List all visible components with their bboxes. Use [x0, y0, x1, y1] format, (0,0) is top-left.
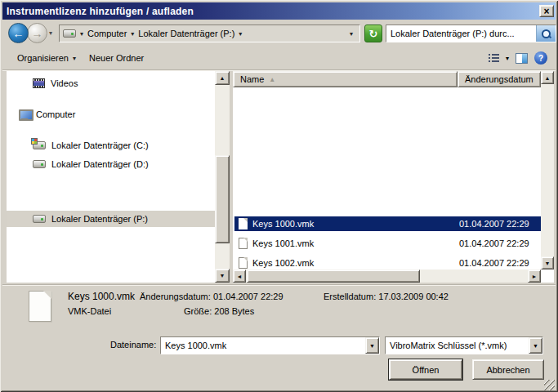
arrow-up-icon: ▲: [220, 75, 225, 81]
drive-icon: [33, 160, 46, 168]
arrow-up-icon: ▲: [545, 75, 551, 81]
details-size: Größe: 208 Bytes: [184, 306, 254, 316]
dropdown-button[interactable]: ▼: [529, 337, 542, 354]
scrollbar-thumb[interactable]: [215, 155, 230, 243]
resize-grip[interactable]: [544, 380, 555, 390]
scroll-down-button[interactable]: ▼: [541, 256, 554, 270]
scroll-up-button[interactable]: ▲: [541, 71, 554, 84]
drive-icon: [33, 215, 46, 223]
sidebar-item-computer[interactable]: Computer: [7, 106, 215, 122]
cancel-button[interactable]: Abbrechen: [472, 359, 544, 380]
refresh-button[interactable]: ↻: [364, 24, 382, 42]
address-bar: ← → ▾ ▾ Computer ▾ Lokaler Datenträger (…: [2, 20, 556, 47]
arrow-left-icon: ◄: [237, 274, 243, 279]
address-dropdown-icon[interactable]: ▾: [350, 30, 353, 38]
search-button[interactable]: [536, 25, 556, 42]
breadcrumb[interactable]: ▾ Computer ▾ Lokaler Datenträger (P:) ▾ …: [59, 24, 360, 42]
chevron-down-icon: ▼: [533, 343, 538, 349]
views-icon[interactable]: [489, 54, 499, 63]
toolbar-right: ▾ ?: [489, 51, 547, 65]
scroll-up-button[interactable]: ▲: [215, 71, 230, 85]
recent-pages-dropdown[interactable]: ▾: [49, 29, 52, 37]
chevron-down-icon: ▾: [73, 55, 76, 62]
list-header: Name ▲ Änderungsdatum: [233, 71, 541, 87]
dialog-title: Instrumentlizenz hinzufügen / aufladen: [7, 6, 194, 17]
scroll-right-button[interactable]: ►: [528, 270, 541, 283]
file-icon: [239, 218, 248, 229]
dialog-footer: Dateiname: Keys 1000.vmk ▼ VibroMatrix S…: [2, 332, 556, 390]
arrow-right-icon: ►: [532, 274, 538, 279]
close-icon: ×: [543, 7, 549, 16]
list-horizontal-scrollbar[interactable]: ◄ ►: [233, 270, 541, 283]
filetype-combobox[interactable]: VibroMatrix Schlüssel (*.vmk) ▼: [385, 336, 543, 354]
navigation-sidebar: Videos Computer Lokaler Datenträger (C:)…: [7, 71, 215, 283]
filetype-value: VibroMatrix Schlüssel (*.vmk): [386, 341, 529, 350]
sidebar-scrollbar[interactable]: ▲ ▼: [215, 71, 230, 283]
organize-button[interactable]: Organisieren ▾: [11, 50, 83, 66]
filename-value[interactable]: Keys 1000.vmk: [161, 341, 365, 350]
details-file-type: VMK-Datei: [68, 306, 111, 316]
file-rows: Keys 1000.vmk 01.04.2007 22:29 Keys 1001…: [233, 87, 541, 270]
back-button[interactable]: ←: [8, 23, 29, 43]
new-folder-button[interactable]: Neuer Ordner: [83, 50, 150, 66]
close-button[interactable]: ×: [539, 5, 554, 17]
new-folder-label: Neuer Ordner: [89, 53, 144, 63]
details-file-name: Keys 1000.vmk: [68, 291, 135, 302]
arrow-down-icon: ▼: [545, 261, 551, 266]
chevron-down-icon: ▼: [369, 343, 375, 349]
title-bar: Instrumentlizenz hinzufügen / aufladen ×: [2, 2, 556, 20]
details-modified: Änderungsdatum: 01.04.2007 22:29: [140, 292, 283, 301]
system-drive-icon: [33, 141, 46, 149]
file-row-keys-1002[interactable]: Keys 1002.vmk 01.04.2007 22:29: [234, 256, 541, 270]
command-toolbar: Organisieren ▾ Neuer Ordner ▾ ?: [2, 47, 556, 70]
arrow-down-icon: ▼: [220, 273, 225, 278]
details-pane: Keys 1000.vmk Änderungsdatum: 01.04.2007…: [2, 284, 556, 332]
search-input[interactable]: [386, 25, 536, 42]
views-dropdown-icon[interactable]: ▾: [506, 55, 509, 62]
open-file-dialog: Instrumentlizenz hinzufügen / aufladen ×…: [0, 0, 558, 392]
scrollbar-thumb[interactable]: [247, 270, 420, 283]
file-list: Name ▲ Änderungsdatum Keys 1000.vmk 01.0…: [233, 71, 554, 283]
chevron-down-icon[interactable]: ▾: [131, 30, 134, 38]
forward-button[interactable]: →: [27, 23, 47, 43]
dropdown-button[interactable]: ▼: [365, 337, 379, 354]
filename-label: Dateiname:: [110, 340, 156, 350]
sidebar-item-drive-d[interactable]: Lokaler Datenträger (D:): [7, 156, 215, 172]
file-row-keys-1000[interactable]: Keys 1000.vmk 01.04.2007 22:29: [234, 216, 541, 231]
search-icon: [541, 29, 551, 39]
computer-icon: [19, 109, 30, 119]
details-created: Erstelldatum: 17.03.2009 00:42: [324, 292, 449, 301]
drive-icon: [63, 29, 76, 38]
file-icon: [239, 238, 248, 249]
refresh-icon: ↻: [369, 28, 378, 40]
scroll-down-button[interactable]: ▼: [215, 269, 230, 283]
breadcrumb-item-drive-p[interactable]: Lokaler Datenträger (P:): [138, 29, 234, 38]
sort-asc-icon: ▲: [269, 76, 275, 83]
sidebar-item-drive-c[interactable]: Lokaler Datenträger (C:): [7, 137, 215, 154]
windows-flag-icon: [31, 138, 38, 145]
organize-label: Organisieren: [17, 53, 69, 63]
sidebar-item-drive-p[interactable]: Lokaler Datenträger (P:): [7, 211, 215, 227]
main-area: Videos Computer Lokaler Datenträger (C:)…: [2, 71, 556, 283]
back-icon: ←: [13, 27, 25, 40]
search-box: [386, 24, 556, 42]
list-vertical-scrollbar[interactable]: ▲ ▼: [541, 71, 554, 270]
videos-icon: [33, 78, 45, 88]
chevron-down-icon[interactable]: ▾: [80, 30, 83, 38]
file-preview-icon: [29, 291, 51, 322]
column-header-name[interactable]: Name ▲: [233, 71, 458, 87]
forward-icon: →: [32, 27, 43, 40]
chevron-down-icon[interactable]: ▾: [239, 30, 242, 38]
preview-pane-icon[interactable]: [516, 53, 528, 64]
help-icon[interactable]: ?: [534, 51, 547, 65]
filename-combobox[interactable]: Keys 1000.vmk ▼: [160, 336, 380, 354]
breadcrumb-item-computer[interactable]: Computer: [87, 29, 127, 38]
scroll-left-button[interactable]: ◄: [233, 270, 246, 283]
sidebar-item-videos[interactable]: Videos: [7, 75, 215, 91]
file-row-keys-1001[interactable]: Keys 1001.vmk 01.04.2007 22:29: [234, 236, 541, 251]
column-header-date[interactable]: Änderungsdatum: [458, 71, 541, 87]
open-button[interactable]: Öffnen: [389, 359, 462, 380]
file-icon: [239, 257, 248, 269]
